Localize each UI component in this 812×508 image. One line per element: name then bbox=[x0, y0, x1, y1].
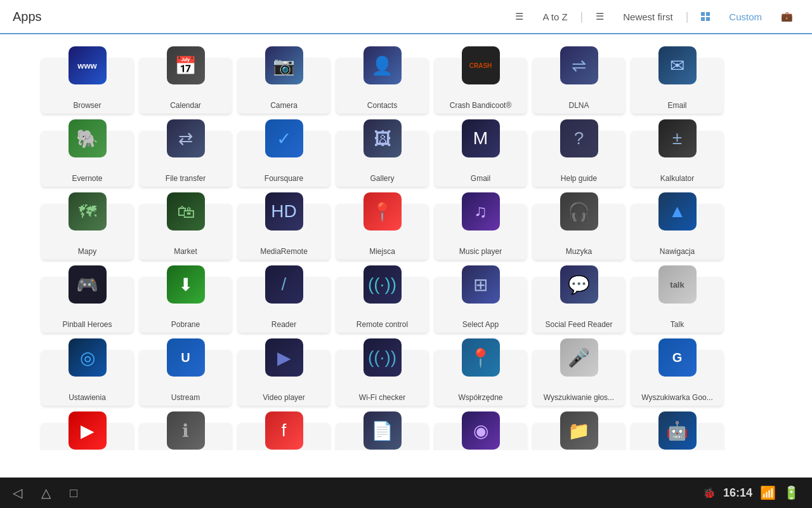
app-label-miejsca: Miejsca bbox=[369, 247, 395, 256]
app-tile-talk: talkTalk bbox=[631, 277, 723, 333]
app-item-youtube[interactable]: ▶YouTube bbox=[38, 406, 136, 450]
app-item-foursquare[interactable]: ✓Foursquare bbox=[235, 114, 333, 187]
app-icon-market: 🛍 bbox=[167, 192, 205, 231]
app-tile-market: 🛍Market bbox=[140, 204, 232, 260]
app-item-reader[interactable]: /Reader bbox=[235, 260, 333, 333]
app-item-wyszglos[interactable]: 🎤Wyszukiwanie głos... bbox=[530, 333, 628, 406]
app-icon-selectapp: ⊞ bbox=[462, 265, 500, 304]
app-item-browser[interactable]: wwwBrowser bbox=[38, 41, 136, 114]
app-item-contacts[interactable]: 👤Contacts bbox=[333, 41, 431, 114]
app-item-partial7[interactable]: 🤖 bbox=[628, 406, 726, 450]
app-icon-ustawienia: ◎ bbox=[69, 338, 107, 377]
app-label-calendar: Calendar bbox=[170, 101, 201, 110]
battery-icon: 🔋 bbox=[783, 485, 799, 500]
app-item-mapy[interactable]: 🗺Mapy bbox=[38, 187, 136, 260]
app-label-nawigacja: Nawigacja bbox=[660, 247, 695, 256]
app-item-nawigacja[interactable]: ▲Nawigacja bbox=[628, 187, 726, 260]
app-tile-nawigacja: ▲Nawigacja bbox=[631, 204, 723, 260]
app-icon-flash: f bbox=[265, 411, 303, 450]
app-item-music[interactable]: ♫Music player bbox=[431, 187, 530, 260]
app-item-partial2[interactable]: ℹ bbox=[136, 406, 235, 450]
app-item-filetransfer[interactable]: ⇄File transfer bbox=[136, 114, 235, 187]
app-item-talk[interactable]: talkTalk bbox=[628, 260, 726, 333]
sort-az[interactable]: A to Z bbox=[536, 9, 573, 25]
app-icon-pobrane: ⬇ bbox=[167, 265, 205, 304]
app-tile-crash: CRASHCrash Bandicoot® bbox=[435, 58, 527, 114]
app-tile-evernote: 🐘Evernote bbox=[41, 131, 133, 187]
app-icon-pinball: 🎮 bbox=[69, 265, 107, 304]
app-item-pobrane[interactable]: ⬇Pobrane bbox=[136, 260, 235, 333]
app-tile-selectapp: ⊞Select App bbox=[435, 277, 527, 333]
menu-icon[interactable]: ☰ bbox=[509, 8, 530, 25]
app-tile-mapy: 🗺Mapy bbox=[41, 204, 133, 260]
app-item-pinball[interactable]: 🎮Pinball Heroes bbox=[38, 260, 136, 333]
app-item-video[interactable]: ▶Video player bbox=[235, 333, 333, 406]
app-item-mediaremote[interactable]: HDMediaRemote bbox=[235, 187, 333, 260]
nav-left-buttons: ◁ △ □ bbox=[13, 485, 77, 500]
app-tile-pobrane: ⬇Pobrane bbox=[140, 277, 232, 333]
app-item-kalkulator[interactable]: ±Kalkulator bbox=[628, 114, 726, 187]
sort-newest[interactable]: Newest first bbox=[617, 9, 679, 25]
grid-view-icon[interactable] bbox=[695, 10, 716, 23]
app-item-gallery[interactable]: 🖼Gallery bbox=[333, 114, 431, 187]
app-tile-pinball: 🎮Pinball Heroes bbox=[41, 277, 133, 333]
recent-button[interactable]: □ bbox=[70, 486, 77, 500]
app-item-muzyka[interactable]: 🎧Muzyka bbox=[530, 187, 628, 260]
app-label-pobrane: Pobrane bbox=[171, 320, 200, 329]
app-label-helpguide: Help guide bbox=[561, 174, 597, 183]
app-item-market[interactable]: 🛍Market bbox=[136, 187, 235, 260]
app-item-wysznav[interactable]: GWyszukiwarka Goo... bbox=[628, 333, 726, 406]
app-icon-reader: / bbox=[265, 265, 303, 304]
app-item-remote[interactable]: ((·))Remote control bbox=[333, 260, 431, 333]
app-tile-gallery: 🖼Gallery bbox=[336, 131, 428, 187]
app-icon-ustream: U bbox=[167, 338, 205, 377]
app-item-ustawienia[interactable]: ◎Ustawienia bbox=[38, 333, 136, 406]
app-item-wifi[interactable]: ((·))Wi-Fi checker bbox=[333, 333, 431, 406]
app-item-gmail[interactable]: MGmail bbox=[431, 114, 530, 187]
app-item-calendar[interactable]: 📅Calendar bbox=[136, 41, 235, 114]
app-icon-wifi: ((·)) bbox=[363, 338, 402, 377]
sort-menu-icon[interactable]: ☰ bbox=[589, 8, 610, 25]
app-tile-muzyka: 🎧Muzyka bbox=[533, 204, 625, 260]
app-item-email[interactable]: ✉Email bbox=[628, 41, 726, 114]
home-button[interactable]: △ bbox=[41, 485, 51, 500]
app-label-kalkulator: Kalkulator bbox=[660, 174, 694, 183]
header-controls: ☰ A to Z | ☰ Newest first | Custom 💼 bbox=[509, 8, 799, 25]
app-item-helpguide[interactable]: ?Help guide bbox=[530, 114, 628, 187]
app-tile-dlna: ⇌DLNA bbox=[533, 58, 625, 114]
app-icon-miejsca: 📍 bbox=[363, 192, 402, 231]
app-item-ustream[interactable]: UUstream bbox=[136, 333, 235, 406]
app-item-camera[interactable]: 📷Camera bbox=[235, 41, 333, 114]
app-row: 🐘Evernote⇄File transfer✓Foursquare🖼Galle… bbox=[38, 114, 774, 187]
app-icon-talk: talk bbox=[658, 265, 697, 304]
app-icon-email: ✉ bbox=[658, 46, 697, 84]
app-icon-video: ▶ bbox=[265, 338, 303, 377]
app-label-remote: Remote control bbox=[357, 320, 408, 329]
app-tile-foursquare: ✓Foursquare bbox=[238, 131, 330, 187]
app-item-miejsca[interactable]: 📍Miejsca bbox=[333, 187, 431, 260]
app-tile-contacts: 👤Contacts bbox=[336, 58, 428, 114]
app-item-partial6[interactable]: 📁 bbox=[530, 406, 628, 450]
briefcase-icon[interactable]: 💼 bbox=[775, 8, 799, 25]
app-item-partial4[interactable]: 📄 bbox=[333, 406, 431, 450]
app-icon-partial4: 📄 bbox=[363, 411, 402, 450]
app-item-evernote[interactable]: 🐘Evernote bbox=[38, 114, 136, 187]
bug-icon: 🐞 bbox=[703, 487, 716, 499]
app-tile-filetransfer: ⇄File transfer bbox=[140, 131, 232, 187]
app-label-gallery: Gallery bbox=[370, 174, 394, 183]
app-item-social[interactable]: 💬Social Feed Reader bbox=[530, 260, 628, 333]
app-item-wspolrzedne[interactable]: 📍Współrzędne bbox=[431, 333, 530, 406]
app-item-selectapp[interactable]: ⊞Select App bbox=[431, 260, 530, 333]
app-icon-camera: 📷 bbox=[265, 46, 303, 84]
app-item-partial5[interactable]: ◉ bbox=[431, 406, 530, 450]
app-item-flash[interactable]: f bbox=[235, 406, 333, 450]
signal-icon: 📶 bbox=[760, 485, 776, 500]
app-label-mediaremote: MediaRemote bbox=[260, 247, 308, 256]
back-button[interactable]: ◁ bbox=[13, 485, 22, 500]
app-item-dlna[interactable]: ⇌DLNA bbox=[530, 41, 628, 114]
sort-custom[interactable]: Custom bbox=[723, 9, 768, 25]
app-icon-wyszglos: 🎤 bbox=[560, 338, 598, 377]
app-row: ◎UstawieniaUUstream▶Video player((·))Wi-… bbox=[38, 333, 774, 406]
app-item-crash[interactable]: CRASHCrash Bandicoot® bbox=[431, 41, 530, 114]
app-icon-wspolrzedne: 📍 bbox=[462, 338, 500, 377]
